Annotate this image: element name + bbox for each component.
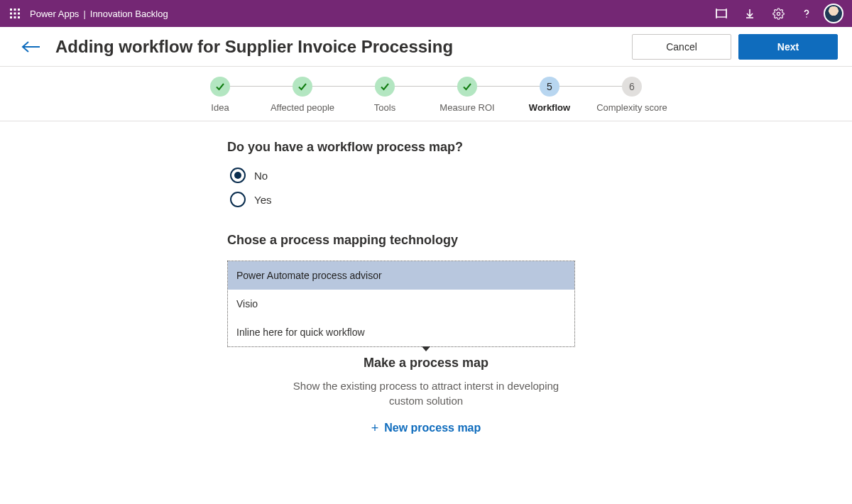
suite-right [710, 2, 848, 25]
step-dot [457, 77, 477, 97]
radio-group: No Yes [230, 168, 625, 207]
brand-label: Power Apps | Innovation Backlog [30, 9, 168, 19]
step-label: Idea [211, 102, 229, 114]
page-title: Adding workflow for Supplier Invoice Pro… [55, 37, 453, 57]
svg-rect-0 [10, 9, 12, 11]
step-indicator: IdeaAffected peopleToolsMeasure ROI5Work… [0, 67, 852, 121]
new-process-map-label: New process map [384, 422, 481, 434]
step-dot [210, 77, 230, 97]
radio-icon [230, 192, 246, 207]
map-desc: Show the existing process to attract int… [277, 379, 575, 408]
next-button[interactable]: Next [738, 34, 838, 60]
step-label: Measure ROI [439, 102, 494, 114]
step-dot [375, 77, 395, 97]
page-header: Adding workflow for Supplier Invoice Pro… [0, 27, 852, 67]
radio-yes[interactable]: Yes [230, 192, 625, 207]
step-dot: 6 [622, 77, 642, 97]
plus-icon: + [371, 421, 379, 436]
step-affected-people[interactable]: Affected people [261, 77, 344, 114]
list-item[interactable]: Inline here for quick workflow [228, 318, 574, 346]
question2-heading: Chose a process mapping technology [227, 233, 625, 248]
step-measure-roi[interactable]: Measure ROI [426, 77, 508, 114]
waffle-icon[interactable] [4, 3, 26, 24]
step-dot: 5 [540, 77, 559, 97]
cancel-button[interactable]: Cancel [632, 34, 731, 60]
suite-bar: Power Apps | Innovation Backlog [0, 0, 852, 27]
step-dot [293, 77, 312, 97]
new-process-map-button[interactable]: + New process map [227, 421, 625, 436]
download-icon[interactable] [738, 2, 761, 25]
avatar[interactable] [824, 4, 843, 23]
radio-no[interactable]: No [230, 168, 625, 183]
step-workflow[interactable]: 5Workflow [508, 77, 591, 114]
step-idea[interactable]: Idea [179, 77, 261, 114]
step-label: Complexity score [596, 102, 667, 114]
tech-listbox[interactable]: Power Automate process advisorVisioInlin… [227, 261, 575, 347]
svg-rect-6 [10, 16, 12, 18]
help-icon[interactable] [795, 2, 818, 25]
step-label: Tools [374, 102, 395, 114]
question1-heading: Do you have a workflow process map? [227, 140, 625, 155]
svg-rect-8 [18, 16, 20, 18]
svg-rect-9 [716, 10, 726, 17]
settings-icon[interactable] [767, 2, 790, 25]
back-button[interactable] [20, 39, 41, 55]
svg-point-14 [777, 12, 780, 15]
step-label: Affected people [271, 102, 334, 114]
solution-name: Innovation Backlog [90, 9, 168, 19]
fit-icon[interactable] [710, 2, 733, 25]
svg-rect-4 [14, 13, 16, 15]
radio-no-label: No [254, 170, 268, 182]
svg-rect-5 [18, 13, 20, 15]
svg-rect-3 [10, 13, 12, 15]
step-complexity-score[interactable]: 6Complexity score [591, 77, 673, 114]
separator: | [83, 9, 85, 19]
content: Do you have a workflow process map? No Y… [0, 121, 852, 450]
list-item[interactable]: Power Automate process advisor [228, 261, 574, 290]
header-actions: Cancel Next [632, 34, 838, 60]
radio-yes-label: Yes [254, 194, 271, 206]
step-label: Workflow [529, 102, 570, 114]
list-item[interactable]: Visio [228, 290, 574, 318]
svg-rect-1 [14, 9, 16, 11]
svg-rect-2 [18, 9, 20, 11]
step-tools[interactable]: Tools [344, 77, 426, 114]
svg-point-15 [806, 16, 807, 18]
svg-rect-7 [14, 16, 16, 18]
caret-down-icon [422, 346, 430, 351]
app-name: Power Apps [30, 9, 79, 19]
radio-icon [230, 168, 246, 183]
map-title: Make a process map [227, 356, 625, 371]
